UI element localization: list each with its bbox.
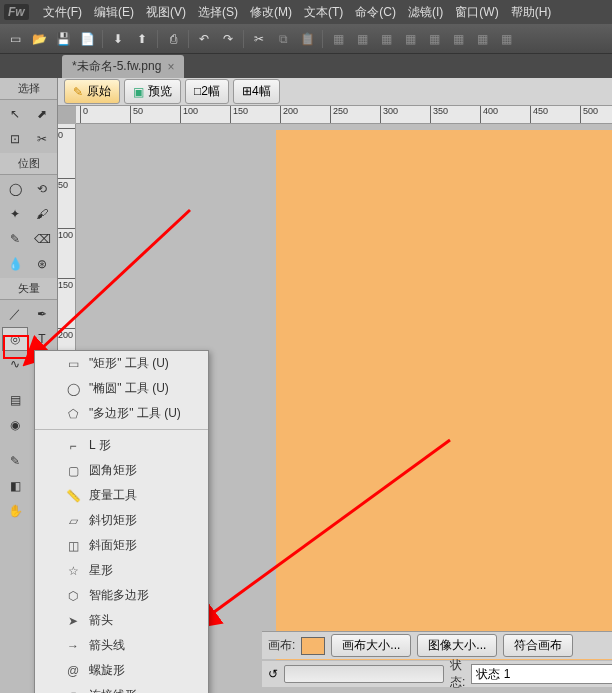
connector-icon: ⎍: [65, 688, 81, 694]
group3-icon[interactable]: ▦: [375, 28, 397, 50]
smartpoly-icon: ⬡: [65, 588, 81, 604]
view-2up-button[interactable]: □2幅: [185, 79, 229, 104]
group5-icon[interactable]: ▦: [423, 28, 445, 50]
view-original-button[interactable]: ✎原始: [64, 79, 120, 104]
hand-tool-icon[interactable]: ✋: [2, 499, 28, 523]
eraser-tool-icon[interactable]: ⌫: [29, 227, 55, 251]
stamp-tool-icon[interactable]: ⊛: [29, 252, 55, 276]
group8-icon[interactable]: ▦: [495, 28, 517, 50]
web-tool1-icon[interactable]: ▤: [2, 388, 28, 412]
export-icon[interactable]: ⬆: [131, 28, 153, 50]
view-preview-button[interactable]: ▣预览: [124, 79, 181, 104]
pencil-tool-icon[interactable]: ✎: [2, 227, 28, 251]
polygon-icon: ⬠: [65, 406, 81, 422]
menu-filter[interactable]: 滤镜(I): [402, 4, 449, 21]
scale-tool-icon[interactable]: ⊡: [2, 127, 28, 151]
canvas[interactable]: [276, 130, 612, 660]
paste-icon[interactable]: 📋: [296, 28, 318, 50]
annotation-highlight-tool: [3, 335, 29, 359]
view-4up-button[interactable]: ⊞4幅: [233, 79, 280, 104]
brush-tool-icon[interactable]: 🖌: [29, 202, 55, 226]
history-icon[interactable]: ↺: [268, 667, 278, 681]
wand-tool-icon[interactable]: ✦: [2, 202, 28, 226]
image-size-button[interactable]: 图像大小...: [417, 634, 497, 657]
gradient-tool-icon[interactable]: ◧: [2, 474, 28, 498]
flyout-polygon[interactable]: ⬠"多边形" 工具 (U): [35, 401, 208, 426]
view-mode-bar: ✎原始 ▣预览 □2幅 ⊞4幅: [58, 78, 612, 106]
subselect-tool-icon[interactable]: ⬈: [29, 102, 55, 126]
redo-icon[interactable]: ↷: [217, 28, 239, 50]
flyout-lshape[interactable]: ⌐L 形: [35, 433, 208, 458]
lasso-tool-icon[interactable]: ⟲: [29, 177, 55, 201]
group4-icon[interactable]: ▦: [399, 28, 421, 50]
menu-select[interactable]: 选择(S): [192, 4, 244, 21]
select-section-label: 选择: [0, 78, 57, 100]
cut-icon[interactable]: ✂: [248, 28, 270, 50]
star-icon: ☆: [65, 563, 81, 579]
flyout-roundrect[interactable]: ▢圆角矩形: [35, 458, 208, 483]
print-icon[interactable]: ⎙: [162, 28, 184, 50]
measure-icon: 📏: [65, 488, 81, 504]
fit-canvas-button[interactable]: 符合画布: [503, 634, 573, 657]
flyout-arrow[interactable]: ➤箭头: [35, 608, 208, 633]
flyout-skewface[interactable]: ◫斜面矩形: [35, 533, 208, 558]
eyedrop-tool-icon[interactable]: ✎: [2, 449, 28, 473]
flyout-rect[interactable]: ▭"矩形" 工具 (U): [35, 351, 208, 376]
menu-bar: Fw 文件(F) 编辑(E) 视图(V) 选择(S) 修改(M) 文本(T) 命…: [0, 0, 612, 24]
save-icon[interactable]: 💾: [52, 28, 74, 50]
flyout-measure[interactable]: 📏度量工具: [35, 483, 208, 508]
menu-view[interactable]: 视图(V): [140, 4, 192, 21]
history-slider[interactable]: [284, 665, 444, 683]
menu-file[interactable]: 文件(F): [37, 4, 88, 21]
pointer-tool-icon[interactable]: ↖: [2, 102, 28, 126]
saveas-icon[interactable]: 📄: [76, 28, 98, 50]
state-label: 状态:: [450, 657, 465, 691]
state-bar: ↺ 状态: 状态 1 ▾: [262, 661, 612, 687]
doc-tab[interactable]: *未命名-5.fw.png ×: [62, 55, 184, 78]
close-icon[interactable]: ×: [167, 60, 174, 74]
line-tool-icon[interactable]: ／: [2, 302, 28, 326]
canvas-color-swatch[interactable]: [301, 637, 325, 655]
marquee-tool-icon[interactable]: ◯: [2, 177, 28, 201]
menu-edit[interactable]: 编辑(E): [88, 4, 140, 21]
flyout-connector[interactable]: ⎍连接线形: [35, 683, 208, 693]
flyout-arrowline[interactable]: →箭头线: [35, 633, 208, 658]
group1-icon[interactable]: ▦: [327, 28, 349, 50]
text-tool-icon[interactable]: T: [29, 327, 55, 351]
arrowline-icon: →: [65, 638, 81, 654]
skewface-icon: ◫: [65, 538, 81, 554]
group6-icon[interactable]: ▦: [447, 28, 469, 50]
state-dropdown[interactable]: 状态 1 ▾: [471, 664, 612, 684]
flyout-star[interactable]: ☆星形: [35, 558, 208, 583]
menu-modify[interactable]: 修改(M): [244, 4, 298, 21]
copy-icon[interactable]: ⧉: [272, 28, 294, 50]
flyout-ellipse[interactable]: ◯"椭圆" 工具 (U): [35, 376, 208, 401]
group7-icon[interactable]: ▦: [471, 28, 493, 50]
blur-tool-icon[interactable]: 💧: [2, 252, 28, 276]
menu-window[interactable]: 窗口(W): [449, 4, 504, 21]
shape-tool-flyout: ▭"矩形" 工具 (U) ◯"椭圆" 工具 (U) ⬠"多边形" 工具 (U) …: [34, 350, 209, 693]
open-icon[interactable]: 📂: [28, 28, 50, 50]
roundrect-icon: ▢: [65, 463, 81, 479]
doc-tab-title: *未命名-5.fw.png: [72, 58, 161, 75]
ruler-horizontal: 0 50 100 150 200 250 300 350 400 450 500: [76, 106, 612, 124]
flyout-skewrect[interactable]: ▱斜切矩形: [35, 508, 208, 533]
flyout-spiral[interactable]: @螺旋形: [35, 658, 208, 683]
rect-icon: ▭: [65, 356, 81, 372]
group2-icon[interactable]: ▦: [351, 28, 373, 50]
import-icon[interactable]: ⬇: [107, 28, 129, 50]
pen-tool-icon[interactable]: ✒: [29, 302, 55, 326]
canvas-label: 画布:: [268, 637, 295, 654]
menu-command[interactable]: 命令(C): [349, 4, 402, 21]
canvas-size-button[interactable]: 画布大小...: [331, 634, 411, 657]
menu-help[interactable]: 帮助(H): [505, 4, 558, 21]
new-icon[interactable]: ▭: [4, 28, 26, 50]
properties-bar: 画布: 画布大小... 图像大小... 符合画布: [262, 631, 612, 659]
menu-text[interactable]: 文本(T): [298, 4, 349, 21]
ellipse-icon: ◯: [65, 381, 81, 397]
undo-icon[interactable]: ↶: [193, 28, 215, 50]
crop-tool-icon[interactable]: ✂: [29, 127, 55, 151]
doc-tab-bar: *未命名-5.fw.png ×: [0, 54, 612, 78]
hotspot-tool-icon[interactable]: ◉: [2, 413, 28, 437]
flyout-smartpoly[interactable]: ⬡智能多边形: [35, 583, 208, 608]
